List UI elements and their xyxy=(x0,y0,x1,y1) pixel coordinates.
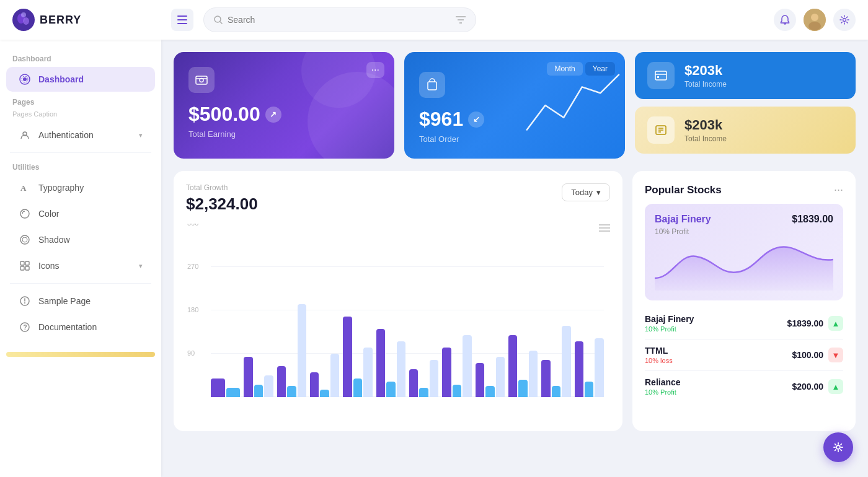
svg-point-13 xyxy=(811,14,818,21)
income-icon-1 xyxy=(647,62,675,89)
income-info-2: $203k Total Income xyxy=(684,117,727,143)
sidebar-item-dashboard[interactable]: Dashboard xyxy=(6,67,155,92)
typography-icon: A xyxy=(19,182,31,194)
earning-card-more-button[interactable]: ··· xyxy=(366,62,384,78)
income-amount-1: $203k xyxy=(684,63,727,79)
bar-blue-10 xyxy=(518,380,527,397)
popular-stocks-card: Popular Stocks ··· Bajaj Finery $1839.00… xyxy=(632,171,856,431)
sidebar-item-shadow[interactable]: Shadow xyxy=(6,227,155,252)
total-income-card-2: $203k Total Income xyxy=(635,107,856,154)
sidebar-section-pages: Pages xyxy=(0,93,161,109)
income-label-1: Total Income xyxy=(684,80,727,89)
avatar[interactable] xyxy=(804,9,826,31)
sidebar-item-icons[interactable]: Icons ▾ xyxy=(6,253,155,278)
featured-stock-price: $1839.00 xyxy=(792,214,833,225)
main-content: ··· $500.00 ↗ Total Earning Month Year xyxy=(161,40,868,477)
bar-group-5 xyxy=(343,317,372,397)
sidebar-accent-bar xyxy=(6,352,155,357)
svg-point-23 xyxy=(22,237,27,242)
svg-rect-33 xyxy=(196,76,207,84)
bar-purple-10 xyxy=(508,335,517,397)
search-input[interactable] xyxy=(228,15,451,25)
logo-icon xyxy=(12,9,35,31)
auth-chevron-icon: ▾ xyxy=(139,131,143,139)
icons-icon xyxy=(19,260,31,272)
bar-light-11 xyxy=(562,326,570,397)
sidebar-item-documentation[interactable]: ? Documentation xyxy=(6,315,155,339)
sidebar-section-dashboard: Dashboard xyxy=(0,50,161,66)
bar-group-8 xyxy=(442,335,471,397)
svg-point-47 xyxy=(836,445,840,449)
bar-blue-7 xyxy=(419,388,428,397)
bar-purple-8 xyxy=(442,348,451,397)
svg-point-14 xyxy=(808,22,821,30)
fab-settings-button[interactable] xyxy=(823,432,853,462)
menu-button[interactable] xyxy=(171,9,193,31)
bar-group-12 xyxy=(575,338,604,397)
filter-icon[interactable] xyxy=(456,16,466,24)
bar-purple-5 xyxy=(343,317,352,397)
auth-icon xyxy=(19,129,31,141)
bar-blue-4 xyxy=(320,390,329,397)
search-icon xyxy=(214,15,223,24)
sidebar-dashboard-label: Dashboard xyxy=(38,74,143,84)
bar-light-4 xyxy=(330,354,339,397)
svg-rect-24 xyxy=(20,261,24,265)
stock-ttml-info: TTML 10% loss xyxy=(645,346,673,364)
featured-stock: Bajaj Finery $1839.00 10% Profit xyxy=(645,204,843,300)
svg-rect-39 xyxy=(657,76,659,78)
total-order-card: Month Year $961 ↙ Total Order xyxy=(404,52,625,159)
bar-group-3 xyxy=(277,304,306,397)
sidebar-color-label: Color xyxy=(38,209,143,219)
shadow-icon xyxy=(19,234,31,246)
featured-stock-label: 10% Profit xyxy=(655,227,833,236)
bar-purple-4 xyxy=(310,372,319,397)
svg-rect-36 xyxy=(428,82,436,90)
menu-icon xyxy=(177,15,187,24)
featured-chart-svg xyxy=(655,241,833,291)
bar-group-1 xyxy=(211,379,240,397)
income-icon-2 xyxy=(647,116,675,144)
sidebar-item-authentication[interactable]: Authentication ▾ xyxy=(6,123,155,147)
stock-bajaj-sub: 10% Profit xyxy=(645,325,694,333)
sidebar-section-utilities: Utilities xyxy=(0,158,161,174)
svg-text:A: A xyxy=(20,183,27,193)
dashboard-icon xyxy=(19,73,31,85)
sidebar-item-color[interactable]: Color xyxy=(6,201,155,226)
bar-group-4 xyxy=(310,354,339,397)
svg-point-22 xyxy=(20,235,29,244)
logo-area: BERRY xyxy=(12,9,161,31)
bar-light-10 xyxy=(529,351,538,397)
svg-rect-26 xyxy=(20,266,24,270)
sidebar-sample-page-label: Sample Page xyxy=(38,296,143,306)
sample-page-icon xyxy=(19,295,31,307)
bar-purple-11 xyxy=(541,360,550,397)
header-settings-button[interactable] xyxy=(833,9,856,31)
sidebar-item-typography[interactable]: A Typography xyxy=(6,175,155,200)
bar-light-7 xyxy=(430,360,438,397)
svg-rect-5 xyxy=(177,19,187,20)
bar-purple-6 xyxy=(376,329,385,397)
bar-group-7 xyxy=(409,360,438,397)
sidebar-item-sample-page[interactable]: Sample Page xyxy=(6,289,155,313)
stock-bajaj-name: Bajaj Finery xyxy=(645,314,694,324)
stock-reliance-trend-icon: ▲ xyxy=(828,379,843,394)
notifications-button[interactable] xyxy=(774,9,796,31)
bar-group-11 xyxy=(541,326,570,397)
today-filter-button[interactable]: Today ▾ xyxy=(562,183,610,201)
stock-ttml-sub: 10% loss xyxy=(645,357,673,364)
income-amount-2: $203k xyxy=(684,117,727,133)
earning-trend-icon: ↗ xyxy=(265,107,281,123)
bar-purple-3 xyxy=(277,366,286,397)
stocks-more-button[interactable]: ··· xyxy=(834,183,843,196)
svg-rect-37 xyxy=(655,71,666,80)
stock-reliance-info: Reliance 10% Profit xyxy=(645,377,681,396)
icons-chevron-icon: ▾ xyxy=(139,262,143,270)
stock-reliance-sub: 10% Profit xyxy=(645,388,681,396)
bar-group-6 xyxy=(376,329,405,397)
bar-purple-7 xyxy=(409,369,418,397)
stock-row-ttml: TTML 10% loss $100.00 ▼ xyxy=(645,339,843,371)
total-growth-chart-card: Total Growth $2,324.00 Today ▾ 360 270 1… xyxy=(174,171,622,431)
svg-point-3 xyxy=(21,12,26,17)
income-label-2: Total Income xyxy=(684,134,727,143)
